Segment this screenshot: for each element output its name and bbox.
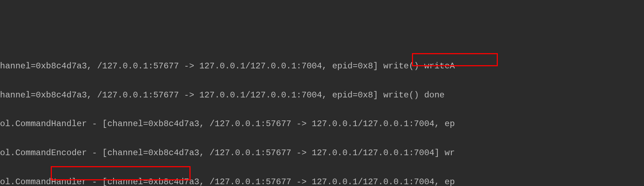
log-line-2: hannel=0xb8c4d7a3, /127.0.0.1:57677 -> 1… [0,88,644,103]
log-line-5: ol.CommandHandler - [channel=0xb8c4d7a3,… [0,175,644,186]
log-line-1: hannel=0xb8c4d7a3, /127.0.0.1:57677 -> 1… [0,59,644,74]
log-line-3: ol.CommandHandler - [channel=0xb8c4d7a3,… [0,117,644,131]
log-line-4: ol.CommandEncoder - [channel=0xb8c4d7a3,… [0,146,644,160]
